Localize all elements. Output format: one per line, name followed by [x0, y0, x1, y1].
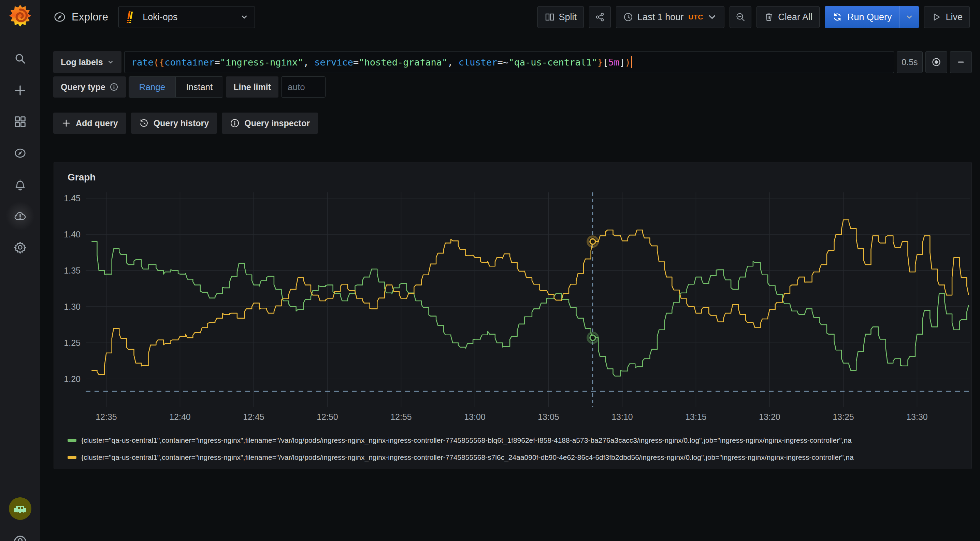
zoom-out-icon	[735, 12, 746, 22]
datasource-name: Loki-ops	[143, 12, 240, 22]
x-tick-label: 13:05	[531, 412, 565, 422]
legend-item-0[interactable]: {cluster="qa-us-central1",container="ing…	[68, 432, 962, 449]
graph-canvas	[86, 192, 970, 407]
timezone-label: UTC	[688, 13, 703, 21]
trash-icon	[764, 12, 774, 22]
y-axis-labels: 1.451.401.351.301.251.20	[54, 192, 83, 407]
query-editor-section: Log labels rate({container="ingress-ngin…	[40, 51, 980, 134]
graph-legend: {cluster="qa-us-central1",container="ing…	[68, 432, 962, 466]
page-title-label: Explore	[72, 11, 108, 23]
legend-swatch	[68, 456, 76, 459]
add-query-button[interactable]: Add query	[53, 113, 126, 134]
disable-query-eye-button[interactable]	[925, 51, 947, 73]
plus-icon[interactable]	[9, 84, 31, 97]
split-button[interactable]: Split	[538, 6, 584, 28]
clear-all-button[interactable]: Clear All	[757, 6, 819, 28]
y-tick-label: 1.20	[54, 374, 81, 384]
settings-gear-icon[interactable]	[9, 241, 31, 254]
panel-title[interactable]: Graph	[68, 172, 95, 183]
grafana-logo[interactable]	[8, 3, 32, 28]
info-circle-icon	[110, 82, 118, 91]
play-icon	[931, 12, 942, 22]
explore-compass-icon[interactable]	[9, 147, 31, 160]
live-button[interactable]: Live	[924, 6, 970, 28]
compass-icon	[53, 11, 66, 24]
query-row: Log labels rate({container="ingress-ngin…	[53, 51, 972, 73]
x-tick-label: 13:20	[752, 412, 786, 422]
header-toolbar: Split Last 1 hour UTC Clear All	[538, 6, 970, 28]
y-tick-label: 1.25	[54, 338, 81, 348]
text-cursor	[631, 56, 632, 68]
search-icon[interactable]	[9, 52, 31, 65]
query-history-button[interactable]: Query history	[131, 113, 217, 134]
x-tick-label: 13:30	[900, 412, 934, 422]
split-icon	[545, 12, 555, 22]
x-tick-label: 13:25	[826, 412, 860, 422]
series-line-1	[91, 220, 969, 375]
zoom-out-button[interactable]	[730, 6, 751, 28]
x-tick-label: 12:45	[237, 412, 270, 422]
explore-content: Explore Loki-ops	[40, 0, 980, 541]
x-tick-label: 13:15	[679, 412, 713, 422]
x-tick-label: 13:10	[605, 412, 639, 422]
chevron-down-icon	[707, 12, 717, 22]
query-type-range[interactable]: Range	[129, 77, 176, 97]
query-type-instant[interactable]: Instant	[175, 77, 223, 97]
x-tick-label: 12:35	[89, 412, 123, 422]
x-axis-labels: 12:3512:4012:4512:5012:5513:0013:0513:10…	[86, 412, 970, 426]
series-line-0	[91, 241, 969, 376]
log-labels-dropdown[interactable]: Log labels	[53, 51, 121, 73]
time-range-picker[interactable]: Last 1 hour UTC	[616, 6, 724, 28]
dashboards-icon[interactable]	[9, 115, 31, 128]
chevron-down-icon	[240, 13, 248, 21]
loki-logo	[125, 10, 137, 24]
y-tick-label: 1.45	[54, 194, 81, 203]
user-avatar[interactable]	[9, 497, 32, 520]
query-inspector-button[interactable]: Query inspector	[222, 113, 318, 134]
query-options-row: Query type Range Instant Line limit	[53, 76, 972, 98]
sidebar-bottom	[0, 497, 40, 541]
datasource-picker[interactable]: Loki-ops	[118, 6, 255, 28]
line-limit-input[interactable]	[281, 76, 326, 98]
y-tick-label: 1.40	[54, 230, 81, 240]
query-type-toggle: Range Instant	[129, 76, 223, 98]
graph-plot-area[interactable]	[86, 192, 970, 407]
legend-item-1[interactable]: {cluster="qa-us-central1",container="ing…	[68, 449, 962, 466]
clock-icon	[623, 12, 633, 22]
time-range-label: Last 1 hour	[637, 12, 684, 22]
x-tick-label: 13:00	[458, 412, 492, 422]
alerting-bell-icon[interactable]	[9, 178, 31, 191]
run-query-main[interactable]: Run Query	[825, 6, 899, 28]
sidebar	[0, 0, 40, 541]
query-actions-row: Add query Query history Query inspector	[53, 113, 972, 134]
eye-icon	[931, 57, 942, 67]
info-circle-icon	[230, 118, 240, 128]
help-question-icon[interactable]	[13, 533, 28, 541]
chevron-down-icon	[107, 59, 114, 65]
explore-header: Explore Loki-ops	[40, 0, 980, 34]
remove-query-button[interactable]	[950, 51, 972, 73]
plus-icon	[61, 118, 71, 128]
query-type-label: Query type	[53, 76, 126, 98]
y-tick-label: 1.35	[54, 266, 81, 276]
share-button[interactable]	[589, 6, 611, 28]
sidebar-menu	[9, 52, 31, 254]
x-tick-label: 12:40	[163, 412, 197, 422]
query-elapsed-badge: 0.5s	[897, 51, 923, 73]
page-title: Explore	[53, 11, 108, 24]
run-query-button[interactable]: Run Query	[825, 6, 919, 28]
chevron-down-icon	[905, 13, 913, 21]
cloud-alert-icon[interactable]	[9, 209, 31, 222]
minus-icon	[956, 57, 966, 67]
run-query-caret[interactable]	[899, 6, 919, 28]
y-tick-label: 1.30	[54, 302, 81, 312]
x-tick-label: 12:50	[310, 412, 344, 422]
query-input[interactable]: rate({container="ingress-nginx", service…	[124, 51, 894, 73]
legend-swatch	[68, 439, 76, 442]
share-icon	[595, 12, 605, 22]
legend-label: {cluster="qa-us-central1",container="ing…	[81, 436, 852, 444]
sync-icon	[832, 12, 843, 22]
x-tick-label: 12:55	[384, 412, 418, 422]
graph-panel: Graph 1.451.401.351.301.251.20 12:3512:4…	[54, 162, 972, 469]
query-expression: rate({container="ingress-nginx", service…	[131, 57, 631, 68]
